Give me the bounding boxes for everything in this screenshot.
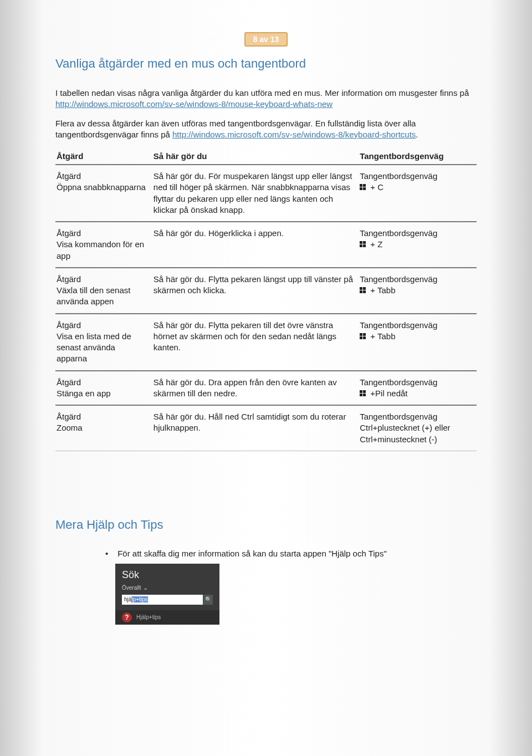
cell-shortcut: TangentbordsgenvägCtrl+plustecknet (+) e… xyxy=(359,405,477,451)
bullet-text: För att skaffa dig mer information så ka… xyxy=(117,549,387,558)
intro-paragraph-2: Flera av dessa åtgärder kan även utföras… xyxy=(55,118,477,141)
cell-howto: Så här gör du. Flytta pekaren till det ö… xyxy=(152,314,359,371)
link-keyboard-shortcuts[interactable]: http://windows.microsoft.com/sv-se/windo… xyxy=(172,130,416,139)
search-panel-screenshot: Sök Överallt hjälp+tips 🔍 ? Hjälp+tips xyxy=(115,564,219,625)
cell-shortcut: Tangentbordsgenväg + Tabb xyxy=(359,268,477,314)
cell-action: ÅtgärdZooma xyxy=(55,405,152,451)
section-heading-help: Mera Hjälp och Tips xyxy=(55,518,477,532)
table-row: ÅtgärdVisa en lista med de senast använd… xyxy=(55,314,477,371)
search-title: Sök xyxy=(122,569,213,581)
table-row: ÅtgärdStänga en appSå här gör du. Dra ap… xyxy=(55,371,477,406)
cell-action: ÅtgärdÖppna snabbknapparna xyxy=(55,165,152,222)
cell-shortcut: Tangentbordsgenväg + C xyxy=(359,165,477,222)
windows-key-icon xyxy=(360,390,367,397)
windows-key-icon xyxy=(360,184,367,191)
search-result-item[interactable]: ? Hjälp+tips xyxy=(115,610,219,625)
intro-paragraph-1: I tabellen nedan visas några vanliga åtg… xyxy=(55,88,477,110)
actions-table: Åtgärd Så här gör du Tangentbordsgenväg … xyxy=(55,148,477,451)
table-header-action: Åtgärd xyxy=(55,148,152,165)
table-row: ÅtgärdVäxla till den senast använda appe… xyxy=(55,268,477,314)
section-heading-actions: Vanliga åtgärder med en mus och tangentb… xyxy=(55,57,477,71)
cell-action: ÅtgärdVisa en lista med de senast använd… xyxy=(55,314,152,371)
table-header-shortcut: Tangentbordsgenväg xyxy=(359,148,477,165)
cell-action: ÅtgärdVisa kommandon för en app xyxy=(55,222,152,268)
search-scope-dropdown[interactable]: Överallt xyxy=(122,584,213,591)
bullet-dot-icon: • xyxy=(105,549,115,558)
windows-key-icon xyxy=(360,333,367,340)
bullet-item: • För att skaffa dig mer information så … xyxy=(105,549,477,558)
cell-howto: Så här gör du. Dra appen från den övre k… xyxy=(152,371,359,406)
table-row: ÅtgärdZoomaSå här gör du. Håll ned Ctrl … xyxy=(55,405,477,451)
cell-howto: Så här gör du. Högerklicka i appen. xyxy=(152,222,359,268)
cell-howto: Så här gör du. Håll ned Ctrl samtidigt s… xyxy=(152,405,359,451)
search-result-text: Hjälp+tips xyxy=(136,614,161,620)
page-number-badge: 8 av 13 xyxy=(55,32,477,47)
table-row: ÅtgärdÖppna snabbknapparnaSå här gör du.… xyxy=(55,165,477,222)
search-input[interactable]: hjälp+tips xyxy=(122,595,203,605)
windows-key-icon xyxy=(360,241,367,248)
link-mouse-keyboard[interactable]: http://windows.microsoft.com/sv-se/windo… xyxy=(55,99,332,109)
cell-action: ÅtgärdVäxla till den senast använda appe… xyxy=(55,268,152,314)
table-row: ÅtgärdVisa kommandon för en appSå här gö… xyxy=(55,222,477,268)
search-icon: 🔍 xyxy=(205,596,212,602)
cell-shortcut: Tangentbordsgenväg +Pil nedåt xyxy=(359,371,477,406)
cell-shortcut: Tangentbordsgenväg + Z xyxy=(359,222,477,268)
cell-action: ÅtgärdStänga en app xyxy=(55,371,152,406)
table-header-howto: Så här gör du xyxy=(152,148,359,165)
help-app-icon: ? xyxy=(122,612,132,622)
windows-key-icon xyxy=(360,287,367,294)
search-button[interactable]: 🔍 xyxy=(203,595,213,605)
cell-shortcut: Tangentbordsgenväg + Tabb xyxy=(359,314,477,371)
cell-howto: Så här gör du. Flytta pekaren längst upp… xyxy=(152,268,359,314)
cell-howto: Så här gör du. För muspekaren längst upp… xyxy=(152,165,359,222)
